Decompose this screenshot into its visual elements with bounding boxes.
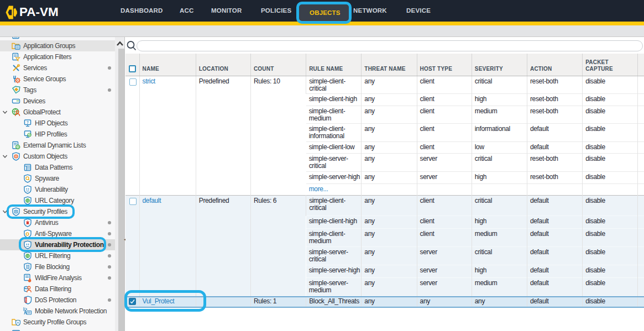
svg-text:?: ? [27, 120, 29, 124]
